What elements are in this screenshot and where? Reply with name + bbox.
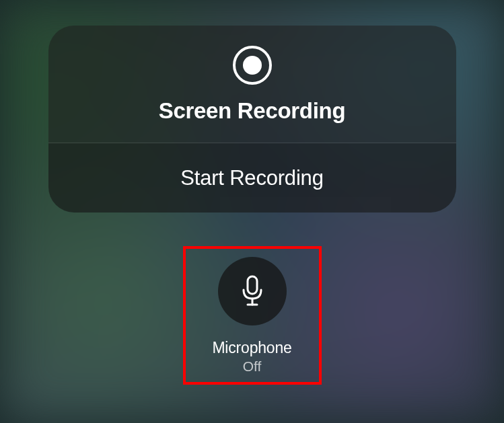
microphone-icon [240,275,265,307]
microphone-toggle-button[interactable] [218,257,287,325]
svg-rect-0 [248,276,257,294]
microphone-status: Off [243,358,262,375]
recording-panel-header: Screen Recording [48,26,456,143]
start-recording-label: Start Recording [180,166,323,190]
control-center-overlay: Screen Recording Start Recording Microph… [0,0,504,423]
record-dot-icon [243,56,262,75]
screen-recording-title: Screen Recording [159,98,346,124]
record-icon [233,46,272,85]
start-recording-button[interactable]: Start Recording [48,143,456,213]
microphone-label: Microphone [212,339,291,357]
microphone-section-highlighted: Microphone Off [183,246,322,385]
record-ring-icon [233,46,272,85]
screen-recording-panel: Screen Recording Start Recording [48,26,456,213]
